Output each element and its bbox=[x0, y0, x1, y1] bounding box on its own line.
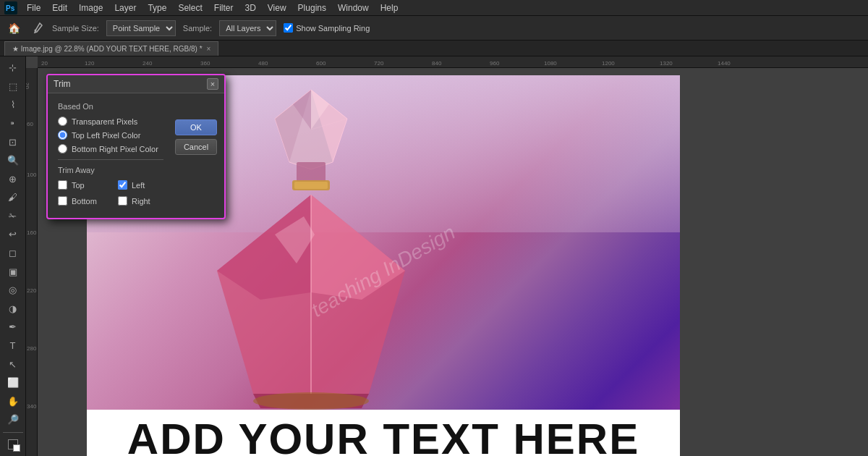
dialog-buttons: OK Cancel bbox=[175, 119, 217, 155]
tab-label: ★ Image.jpg @ 22.8% (ADD YOUR TEXT HERE,… bbox=[12, 45, 203, 53]
svg-text:240: 240 bbox=[142, 60, 153, 67]
pen-tool[interactable]: ✒ bbox=[3, 318, 23, 336]
dialog-titlebar: Trim × bbox=[48, 75, 224, 93]
home-icon[interactable]: 🏠 bbox=[6, 20, 22, 36]
show-sampling-ring-label[interactable]: Show Sampling Ring bbox=[284, 23, 370, 33]
eraser-tool[interactable]: ◻ bbox=[3, 245, 23, 262]
menu-image[interactable]: Image bbox=[74, 1, 108, 14]
menu-help[interactable]: Help bbox=[375, 1, 404, 14]
sample-label: Sample: bbox=[183, 24, 212, 33]
eyedropper-icon[interactable] bbox=[29, 20, 45, 36]
add-text-label: ADD YOUR TEXT HERE bbox=[127, 414, 639, 457]
dialog-divider bbox=[58, 159, 163, 160]
document-tab[interactable]: ★ Image.jpg @ 22.8% (ADD YOUR TEXT HERE,… bbox=[4, 41, 218, 56]
svg-text:480: 480 bbox=[258, 60, 268, 67]
bottom-label[interactable]: Bottom bbox=[72, 197, 97, 206]
menu-edit[interactable]: Edit bbox=[47, 1, 72, 14]
menu-filter[interactable]: Filter bbox=[209, 1, 239, 14]
svg-text:220: 220 bbox=[27, 287, 37, 294]
ps-logo: Ps bbox=[4, 1, 17, 14]
spot-heal-tool[interactable]: ⊕ bbox=[3, 170, 23, 187]
bottom-right-pixel-label[interactable]: Bottom Right Pixel Color bbox=[72, 145, 158, 153]
bottom-right-pixel-radio[interactable] bbox=[58, 144, 67, 153]
type-tool[interactable]: T bbox=[3, 337, 23, 355]
menu-window[interactable]: Window bbox=[333, 1, 374, 14]
menu-view[interactable]: View bbox=[263, 1, 292, 14]
clone-tool[interactable]: ✁ bbox=[3, 208, 23, 225]
bottom-right-row: Bottom Right Pixel Color bbox=[58, 144, 163, 153]
bottom-checkbox-row: Bottom bbox=[58, 196, 103, 206]
dodge-tool[interactable]: ◑ bbox=[3, 300, 23, 318]
svg-rect-35 bbox=[294, 182, 328, 189]
menu-plugins[interactable]: Plugins bbox=[293, 1, 331, 14]
svg-text:120: 120 bbox=[85, 60, 95, 67]
right-label[interactable]: Right bbox=[132, 197, 150, 206]
left-label[interactable]: Left bbox=[132, 181, 145, 190]
brush-tool[interactable]: 🖌 bbox=[3, 189, 23, 206]
svg-text:1320: 1320 bbox=[660, 60, 673, 67]
svg-text:600: 600 bbox=[316, 60, 326, 67]
svg-point-2 bbox=[35, 29, 37, 31]
svg-text:360: 360 bbox=[200, 60, 210, 67]
shape-tool[interactable]: ⬜ bbox=[3, 374, 23, 392]
canvas-content: teaching InDesign ADD YOUR TEXT HERE Tri… bbox=[38, 68, 868, 456]
options-toolbar: 🏠 Sample Size: Point Sample Sample: All … bbox=[0, 16, 868, 41]
transparent-pixels-label[interactable]: Transparent Pixels bbox=[72, 117, 137, 126]
ok-button[interactable]: OK bbox=[175, 119, 217, 135]
history-brush-tool[interactable]: ↩ bbox=[3, 226, 23, 243]
top-checkbox[interactable] bbox=[58, 180, 67, 190]
right-checkbox-row: Right bbox=[118, 196, 163, 206]
left-checkbox[interactable] bbox=[118, 180, 127, 190]
svg-text:720: 720 bbox=[374, 60, 384, 67]
foreground-color[interactable] bbox=[3, 436, 23, 454]
cancel-button[interactable]: Cancel bbox=[175, 139, 217, 155]
lasso-tool[interactable]: ⌇ bbox=[3, 96, 23, 114]
svg-text:60: 60 bbox=[27, 121, 33, 127]
select-tool[interactable]: ⬚ bbox=[3, 78, 23, 96]
based-on-label: Based On bbox=[58, 102, 163, 111]
sample-select[interactable]: All Layers bbox=[219, 20, 276, 36]
crop-tool[interactable]: ⊡ bbox=[3, 133, 23, 151]
gradient-tool[interactable]: ▣ bbox=[3, 263, 23, 280]
tab-close-icon[interactable]: × bbox=[207, 45, 211, 53]
canvas-area: 20 120 240 360 480 600 720 840 960 1080 … bbox=[26, 56, 868, 456]
transparent-pixels-row: Transparent Pixels bbox=[58, 117, 163, 126]
bottom-text-area: ADD YOUR TEXT HERE bbox=[87, 410, 680, 456]
eyedropper-tool[interactable]: 🔍 bbox=[3, 152, 23, 169]
left-checkbox-row: Left bbox=[118, 180, 163, 190]
top-label[interactable]: Top bbox=[72, 181, 85, 190]
svg-text:1200: 1200 bbox=[602, 60, 615, 67]
svg-text:1440: 1440 bbox=[718, 60, 731, 67]
right-checkbox[interactable] bbox=[118, 196, 127, 206]
main-area: ⊹ ⬚ ⌇ ⁍ ⊡ 🔍 ⊕ 🖌 ✁ ↩ ◻ ▣ ◎ ◑ ✒ T ↖ ⬜ ✋ 🔎 bbox=[0, 56, 868, 456]
move-tool[interactable]: ⊹ bbox=[3, 59, 23, 77]
trim-dialog: Trim × Based On Transparent Pixels Top L… bbox=[46, 74, 226, 219]
svg-text:340: 340 bbox=[27, 403, 37, 410]
svg-rect-3 bbox=[38, 56, 868, 68]
menu-3d[interactable]: 3D bbox=[239, 1, 260, 14]
top-left-pixel-label[interactable]: Top Left Pixel Color bbox=[72, 131, 140, 140]
svg-text:20: 20 bbox=[41, 60, 48, 67]
menu-select[interactable]: Select bbox=[173, 1, 207, 14]
dialog-close-button[interactable]: × bbox=[207, 78, 218, 90]
menu-layer[interactable]: Layer bbox=[109, 1, 141, 14]
sample-size-select[interactable]: Point Sample bbox=[106, 20, 176, 36]
bottom-checkbox[interactable] bbox=[58, 196, 67, 206]
dialog-title: Trim bbox=[54, 79, 71, 89]
menu-bar: Ps File Edit Image Layer Type Select Fil… bbox=[0, 0, 868, 16]
path-select-tool[interactable]: ↖ bbox=[3, 355, 23, 373]
zoom-tool[interactable]: 🔎 bbox=[3, 411, 23, 428]
blur-tool[interactable]: ◎ bbox=[3, 282, 23, 299]
quick-select-tool[interactable]: ⁍ bbox=[3, 115, 23, 132]
menu-type[interactable]: Type bbox=[142, 1, 171, 14]
top-left-pixel-radio[interactable] bbox=[58, 130, 67, 140]
transparent-pixels-radio[interactable] bbox=[58, 117, 67, 126]
svg-text:280: 280 bbox=[27, 345, 37, 352]
menu-file[interactable]: File bbox=[22, 1, 46, 14]
show-sampling-ring-checkbox[interactable] bbox=[284, 23, 293, 33]
svg-text:Ps: Ps bbox=[6, 4, 15, 12]
top-left-row: Top Left Pixel Color bbox=[58, 130, 163, 140]
svg-text:1080: 1080 bbox=[544, 60, 557, 67]
hand-tool[interactable]: ✋ bbox=[3, 392, 23, 410]
toolbox: ⊹ ⬚ ⌇ ⁍ ⊡ 🔍 ⊕ 🖌 ✁ ↩ ◻ ▣ ◎ ◑ ✒ T ↖ ⬜ ✋ 🔎 bbox=[0, 56, 26, 456]
